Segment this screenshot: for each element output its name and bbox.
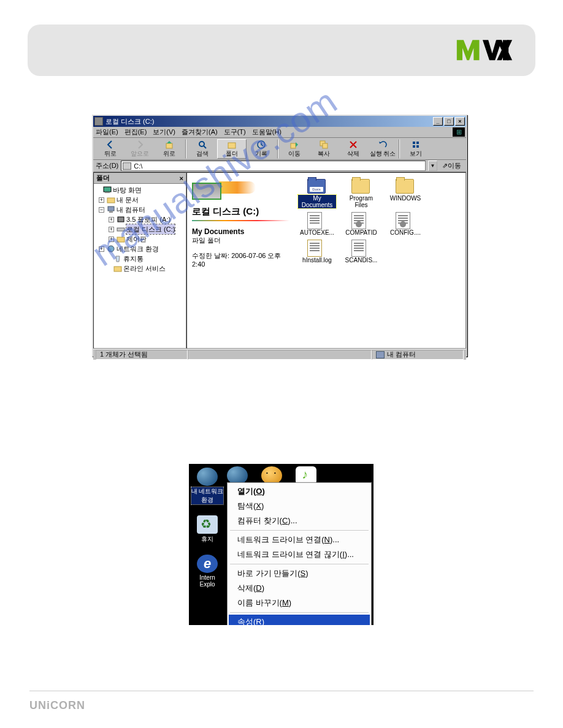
file-item[interactable]: hInstall.log xyxy=(298,238,336,264)
close-button[interactable]: × xyxy=(455,117,465,126)
svg-rect-4 xyxy=(228,143,236,148)
minimize-button[interactable]: _ xyxy=(433,117,443,126)
svg-rect-9 xyxy=(413,142,415,144)
undo-button[interactable]: 실행 취소 xyxy=(368,139,397,159)
context-menu-item[interactable]: 네트워크 드라이브 연결 끊기(I)... xyxy=(229,547,370,562)
address-value: C:\ xyxy=(134,162,142,170)
menu-view[interactable]: 보기(V) xyxy=(153,127,175,137)
address-input[interactable]: C:\ xyxy=(121,161,426,171)
file-item[interactable]: COMPATID xyxy=(342,211,380,236)
context-menu-screenshot: 내 네트워크환경 휴지 eInternExplo 열기(O)탐색(X)컴퓨터 찾… xyxy=(189,464,373,625)
tree-online-services[interactable]: 온라인 서비스 xyxy=(95,264,185,273)
svg-point-2 xyxy=(199,142,204,146)
info-column: 로컬 디스크 (C:) My Documents 파일 폴더 수정한 날짜: 2… xyxy=(187,173,294,348)
forward-button[interactable]: 앞으로 xyxy=(125,139,155,159)
desktop-left-column: 내 네트워크환경 휴지 eInternExplo xyxy=(189,464,226,591)
context-menu-item[interactable]: 바로 가기 만들기(S) xyxy=(229,566,370,581)
page-header xyxy=(28,25,535,76)
svg-rect-18 xyxy=(118,217,124,222)
selection-name: My Documents xyxy=(192,227,289,236)
statusbar: 1 개체가 선택됨 내 컴퓨터 xyxy=(93,349,466,360)
back-button[interactable]: 뒤로 xyxy=(96,139,125,159)
context-menu-item[interactable]: 열기(O) xyxy=(229,484,370,499)
tree-floppy[interactable]: +3.5 플로피 (A:) xyxy=(95,214,185,224)
tree-control-panel[interactable]: +제어판 xyxy=(95,234,185,244)
folder-tree: 바탕 화면 +내 문서 −내 컴퓨터 +3.5 플로피 (A:) +로컬 디스크… xyxy=(94,184,186,275)
move-button[interactable]: 이동 xyxy=(280,139,309,159)
address-label: 주소(D) xyxy=(96,161,118,170)
delete-button[interactable]: 삭제 xyxy=(339,139,368,159)
explorer-window: 로컬 디스크 (C:) _ □ × 파일(E) 편집(E) 보기(V) 즐겨찾기… xyxy=(92,115,467,357)
computer-icon xyxy=(376,351,385,358)
up-button[interactable]: 위로 xyxy=(155,139,184,159)
views-button[interactable]: 보기 xyxy=(401,139,431,159)
svg-rect-20 xyxy=(117,237,124,242)
tree-network[interactable]: +네트워크 환경 xyxy=(95,244,185,254)
status-location: 내 컴퓨터 xyxy=(372,350,464,360)
folders-panel-close-button[interactable]: × xyxy=(180,175,183,182)
desktop-recycle-icon[interactable]: 휴지 xyxy=(197,515,218,544)
menu-tools[interactable]: 도구(T) xyxy=(224,127,246,137)
svg-rect-14 xyxy=(105,192,110,193)
titlebar: 로컬 디스크 (C:) _ □ × xyxy=(93,116,466,127)
context-menu-item[interactable]: 이름 바꾸기(M) xyxy=(229,596,370,610)
svg-rect-6 xyxy=(291,143,296,148)
svg-rect-11 xyxy=(413,145,415,148)
drive-big-icon xyxy=(192,176,247,202)
context-menu-item[interactable]: 컴퓨터 찾기(C)... xyxy=(229,514,370,528)
footer-logo: UNiCORN xyxy=(29,699,85,712)
go-button[interactable]: ⇗이동 xyxy=(440,161,464,170)
window-controls: _ □ × xyxy=(432,117,465,126)
file-item[interactable]: Program Files xyxy=(342,176,380,208)
svg-rect-19 xyxy=(117,228,124,231)
context-menu-item[interactable]: 네트워크 드라이브 연결(N)... xyxy=(229,533,370,547)
desktop-ie-icon[interactable]: eInternExplo xyxy=(197,555,218,588)
maximize-button[interactable]: □ xyxy=(444,117,454,126)
tree-my-computer[interactable]: −내 컴퓨터 xyxy=(95,205,185,214)
context-menu: 열기(O)탐색(X)컴퓨터 찾기(C)...네트워크 드라이브 연결(N)...… xyxy=(227,482,372,625)
context-menu-item[interactable]: 속성(R) xyxy=(229,615,370,625)
copy-button[interactable]: 복사 xyxy=(309,139,339,159)
selection-type: 파일 폴더 xyxy=(192,236,289,245)
folders-button[interactable]: 폴더 xyxy=(217,139,247,159)
toolbar: 뒤로 앞으로 위로 검색 폴더 기록 이동 복사 삭제 실행 취소 보기 xyxy=(93,138,466,160)
svg-rect-8 xyxy=(323,143,327,148)
svg-rect-22 xyxy=(114,267,121,271)
windows-flag-icon xyxy=(453,127,465,137)
menu-favorites[interactable]: 즐겨찾기(A) xyxy=(182,127,218,137)
tree-desktop[interactable]: 바탕 화면 xyxy=(95,185,185,195)
desktop-network-env-icon[interactable]: 내 네트워크환경 xyxy=(191,468,224,504)
selection-meta: 수정한 날짜: 2006-07-06 오후 2:40 xyxy=(192,251,289,268)
file-item[interactable]: CONFIG.... xyxy=(386,211,424,236)
footer-divider xyxy=(29,691,534,691)
menu-edit[interactable]: 편집(E) xyxy=(124,127,147,137)
context-menu-item[interactable]: 탐색(X) xyxy=(229,499,370,514)
svg-line-3 xyxy=(204,146,206,148)
svg-rect-16 xyxy=(108,207,114,211)
search-button[interactable]: 검색 xyxy=(188,139,217,159)
icons-grid: DocsMy DocumentsProgram FilesWINDOWSAUTO… xyxy=(294,173,465,348)
drive-icon xyxy=(123,162,131,170)
file-item[interactable]: WINDOWS xyxy=(386,176,424,208)
tree-my-documents[interactable]: +내 문서 xyxy=(95,195,185,205)
file-item[interactable]: SCANDIS... xyxy=(342,238,380,264)
status-selection: 1 개체가 선택됨 xyxy=(96,350,188,360)
tree-recycle-bin[interactable]: 휴지통 xyxy=(95,254,185,264)
folders-panel: 폴더 × 바탕 화면 +내 문서 −내 컴퓨터 +3.5 플로피 (A:) +로… xyxy=(93,172,186,349)
menu-help[interactable]: 도움말(H) xyxy=(252,127,282,137)
history-button[interactable]: 기록 xyxy=(247,139,276,159)
svg-rect-10 xyxy=(416,142,419,144)
context-menu-item[interactable]: 삭제(D) xyxy=(229,581,370,596)
file-item[interactable]: DocsMy Documents xyxy=(298,176,336,208)
folders-panel-header: 폴더 × xyxy=(94,173,186,184)
menu-bar: 파일(E) 편집(E) 보기(V) 즐겨찾기(A) 도구(T) 도움말(H) xyxy=(93,127,466,138)
tree-local-disk-c[interactable]: +로컬 디스크 (C:) xyxy=(95,224,185,234)
svg-rect-1 xyxy=(166,143,172,148)
drive-title: 로컬 디스크 (C:) xyxy=(192,206,289,218)
menu-file[interactable]: 파일(E) xyxy=(96,127,118,137)
address-dropdown-button[interactable]: ▼ xyxy=(428,161,437,171)
svg-point-21 xyxy=(108,246,114,252)
svg-rect-17 xyxy=(109,211,113,213)
file-item[interactable]: AUTOEXE... xyxy=(298,211,336,236)
window-title: 로컬 디스크 (C:) xyxy=(105,117,432,126)
